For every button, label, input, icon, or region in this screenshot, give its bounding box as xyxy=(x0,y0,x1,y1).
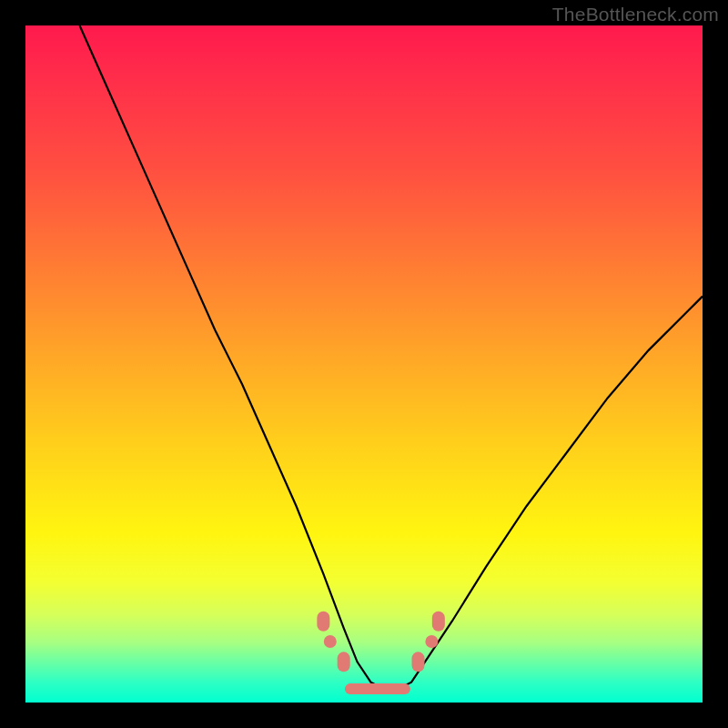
bottleneck-curve-path xyxy=(80,25,703,689)
bottleneck-curve xyxy=(80,25,703,689)
watermark-text: TheBottleneck.com xyxy=(552,4,719,25)
floor-dash xyxy=(345,683,410,694)
chart-frame: TheBottleneck.com xyxy=(0,0,728,728)
left-marker-3 xyxy=(338,652,350,672)
right-marker-2 xyxy=(425,635,438,648)
curve-layer xyxy=(25,25,703,703)
marker-layer xyxy=(317,612,444,694)
left-marker-2 xyxy=(324,635,337,648)
right-marker-3 xyxy=(432,612,445,632)
plot-area xyxy=(25,25,703,703)
left-marker-1 xyxy=(317,612,329,632)
right-marker-1 xyxy=(412,652,425,672)
